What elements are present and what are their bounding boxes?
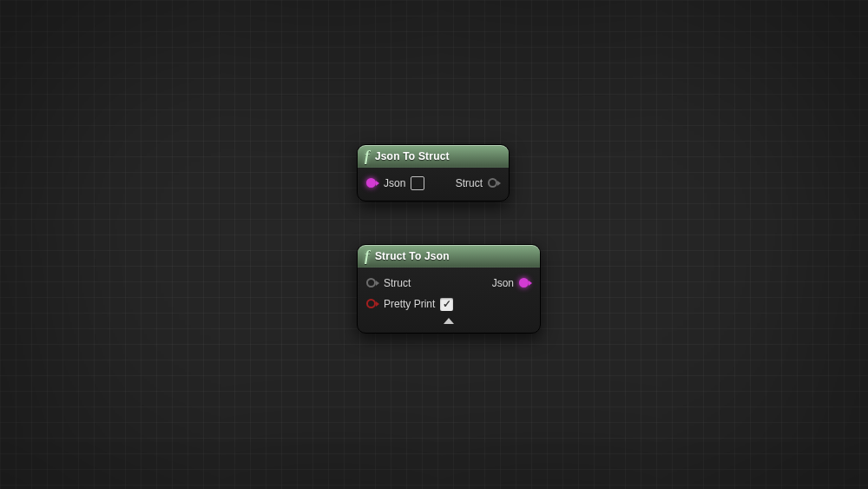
node-header[interactable]: f Json To Struct: [358, 145, 509, 168]
input-pin-json[interactable]: [366, 178, 378, 188]
input-pin-struct[interactable]: [366, 278, 378, 288]
output-pin-struct[interactable]: [488, 178, 500, 188]
input-label-pretty-print: Pretty Print: [384, 298, 435, 310]
node-body: Json Struct: [358, 168, 509, 201]
output-pin-json[interactable]: [519, 278, 531, 288]
input-pin-pretty-print[interactable]: [366, 299, 378, 309]
expand-node-icon[interactable]: [444, 318, 454, 324]
input-label-struct: Struct: [384, 277, 411, 289]
pretty-print-checkbox[interactable]: ✓: [440, 298, 453, 311]
checkmark-icon: ✓: [443, 299, 451, 309]
function-icon: f: [365, 248, 370, 263]
function-icon: f: [365, 149, 370, 163]
node-title: Struct To Json: [375, 250, 450, 262]
node-json-to-struct[interactable]: f Json To Struct Json Struct: [357, 144, 510, 202]
wildcard-type-selector[interactable]: [411, 176, 424, 190]
node-struct-to-json[interactable]: f Struct To Json Struct Json Pretty Prin…: [357, 244, 541, 334]
node-title: Json To Struct: [375, 150, 450, 162]
output-label-struct: Struct: [456, 177, 483, 189]
node-body: Struct Json Pretty Print ✓: [358, 268, 540, 333]
node-header[interactable]: f Struct To Json: [358, 245, 540, 268]
output-label-json: Json: [492, 277, 514, 289]
input-label-json: Json: [384, 177, 405, 189]
